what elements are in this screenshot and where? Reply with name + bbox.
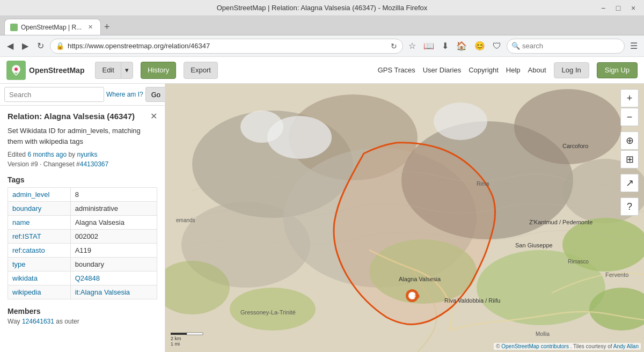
main-content: Where am I? Go ⇄ Relation: Alagna Valses…: [0, 84, 644, 352]
member-item: Way 124641631 as outer: [8, 318, 157, 325]
attribution-prefix: ©: [496, 343, 501, 349]
share-button[interactable]: ↗: [620, 174, 639, 192]
user-diaries-link[interactable]: User Diaries: [423, 66, 462, 74]
shield-button[interactable]: 🛡: [491, 40, 503, 52]
relation-meta-edited: Edited 6 months ago by nyuriks: [8, 151, 157, 158]
members-title: Members: [8, 307, 157, 316]
relation-header: Relation: Alagna Valsesia (46347) ✕: [8, 111, 157, 121]
changeset-link[interactable]: 44130367: [80, 160, 108, 168]
sidebar-search-bar: Where am I? Go ⇄: [0, 84, 165, 106]
history-button[interactable]: History: [141, 62, 176, 79]
browser-search-input[interactable]: [522, 42, 608, 50]
relation-title: Relation: Alagna Valsesia (46347): [8, 112, 135, 121]
login-button[interactable]: Log In: [554, 62, 589, 78]
account-button[interactable]: 😊: [472, 40, 487, 52]
help-link[interactable]: Help: [506, 66, 521, 74]
relation-description: Set Wikidata ID for admin_levels, matchi…: [8, 126, 157, 146]
menu-button[interactable]: ☰: [628, 40, 640, 52]
osm-navbar: OpenStreetMap Edit ▾ History Export GPS …: [0, 57, 644, 84]
new-tab-button[interactable]: +: [101, 21, 113, 33]
tag-key[interactable]: wikidata: [8, 272, 71, 285]
browser-search-bar[interactable]: 🔍: [507, 39, 625, 54]
tag-key[interactable]: ref:ISTAT: [8, 230, 71, 244]
where-am-i-button[interactable]: Where am I?: [106, 91, 143, 98]
browser-titlebar: OpenStreetMap | Relation: Alagna Valsesi…: [0, 0, 644, 16]
browser-tab-active[interactable]: OpenStreetMap | R... ✕: [4, 19, 101, 35]
member-item: Way 124641631 as outer: [8, 318, 157, 325]
url-refresh-icon[interactable]: ↻: [391, 42, 397, 50]
lock-icon: 🔒: [56, 42, 64, 50]
edit-group: Edit ▾: [95, 62, 133, 79]
tab-favicon: [10, 24, 18, 31]
tag-key[interactable]: admin_level: [8, 188, 71, 202]
tag-value: administrative: [70, 202, 157, 216]
go-button[interactable]: Go: [145, 87, 165, 102]
gps-traces-link[interactable]: GPS Traces: [378, 66, 415, 74]
tab-label: OpenStreetMap | R...: [21, 24, 82, 31]
tag-key[interactable]: ref:catasto: [8, 244, 71, 258]
url-bar[interactable]: 🔒 https://www.openstreetmap.org/relation…: [50, 39, 403, 54]
svg-text:Z'Kantmud / Pedemonte: Z'Kantmud / Pedemonte: [529, 219, 592, 225]
tag-value: Alagna Valsesia: [70, 216, 157, 230]
osm-logo-text: OpenStreetMap: [29, 66, 84, 75]
tab-close-button[interactable]: ✕: [88, 24, 93, 31]
tags-table: admin_level8boundaryadministrativenameAl…: [8, 187, 157, 299]
back-button[interactable]: ◀: [4, 40, 16, 52]
bookmark-star-button[interactable]: ☆: [406, 40, 418, 52]
svg-text:33: 33: [414, 294, 420, 299]
close-button[interactable]: ×: [628, 3, 639, 13]
minimize-button[interactable]: −: [598, 3, 609, 13]
editor-link[interactable]: nyuriks: [77, 151, 97, 158]
svg-text:Mollia: Mollia: [536, 331, 550, 337]
export-button[interactable]: Export: [184, 62, 218, 79]
sidebar: Where am I? Go ⇄ Relation: Alagna Valses…: [0, 84, 165, 352]
svg-point-1: [14, 68, 18, 71]
svg-text:Rima: Rima: [477, 181, 489, 187]
tiles-attribution-link[interactable]: Andy Allan: [613, 343, 639, 349]
osm-attribution-link[interactable]: OpenStreetMap contributors: [501, 343, 569, 349]
signup-button[interactable]: Sign Up: [597, 62, 638, 78]
zoom-in-button[interactable]: +: [620, 89, 639, 107]
tag-key[interactable]: type: [8, 258, 71, 272]
maximize-button[interactable]: □: [613, 3, 624, 13]
svg-rect-34: [187, 333, 203, 335]
relation-panel: Relation: Alagna Valsesia (46347) ✕ Set …: [0, 106, 165, 336]
reload-button[interactable]: ↻: [34, 40, 47, 52]
search-icon: 🔍: [511, 42, 520, 50]
svg-text:Rimasco: Rimasco: [568, 259, 589, 265]
url-text: https://www.openstreetmap.org/relation/4…: [68, 42, 210, 50]
forward-button[interactable]: ▶: [19, 40, 31, 52]
toolbar-icons: ☆ 📖 ⬇ 🏠 😊 🛡: [406, 40, 503, 52]
reading-mode-button[interactable]: 📖: [421, 40, 436, 52]
svg-text:1 mi: 1 mi: [171, 341, 180, 347]
download-button[interactable]: ⬇: [440, 40, 451, 52]
tag-key[interactable]: wikipedia: [8, 285, 71, 299]
svg-text:San Giuseppe: San Giuseppe: [515, 242, 553, 248]
svg-text:emands: emands: [176, 217, 195, 223]
osm-logo[interactable]: OpenStreetMap: [6, 61, 84, 80]
members-section: Members Way 124641631 as outer: [8, 307, 157, 331]
panel-close-button[interactable]: ✕: [150, 111, 157, 121]
tag-value: 002002: [70, 230, 157, 244]
svg-text:Gressoney-La-Trinité: Gressoney-La-Trinité: [240, 309, 296, 316]
compass-button[interactable]: ⊕: [620, 131, 639, 150]
home-button[interactable]: 🏠: [454, 40, 469, 52]
sidebar-search-input[interactable]: [4, 87, 104, 102]
svg-text:Carcoforo: Carcoforo: [562, 143, 588, 149]
zoom-out-button[interactable]: −: [620, 108, 639, 126]
tag-value: 8: [70, 188, 157, 202]
map-area[interactable]: 33 Carcoforo Rima Z'Kantmud / Pedemonte …: [165, 84, 644, 352]
edited-time-link[interactable]: 6 months ago: [27, 151, 67, 158]
address-bar: ◀ ▶ ↻ 🔒 https://www.openstreetmap.org/re…: [0, 35, 644, 57]
edit-dropdown-button[interactable]: ▾: [121, 62, 133, 79]
about-link[interactable]: About: [528, 66, 546, 74]
tag-key[interactable]: boundary: [8, 202, 71, 216]
edit-button[interactable]: Edit: [95, 62, 120, 79]
help-map-button[interactable]: ?: [620, 197, 639, 216]
tag-key[interactable]: name: [8, 216, 71, 230]
copyright-link[interactable]: Copyright: [469, 66, 499, 74]
osm-logo-icon: [6, 61, 26, 80]
tab-bar: OpenStreetMap | R... ✕ +: [0, 16, 644, 35]
member-link[interactable]: 124641631: [22, 318, 54, 325]
layers-button[interactable]: ⊞: [620, 150, 639, 168]
